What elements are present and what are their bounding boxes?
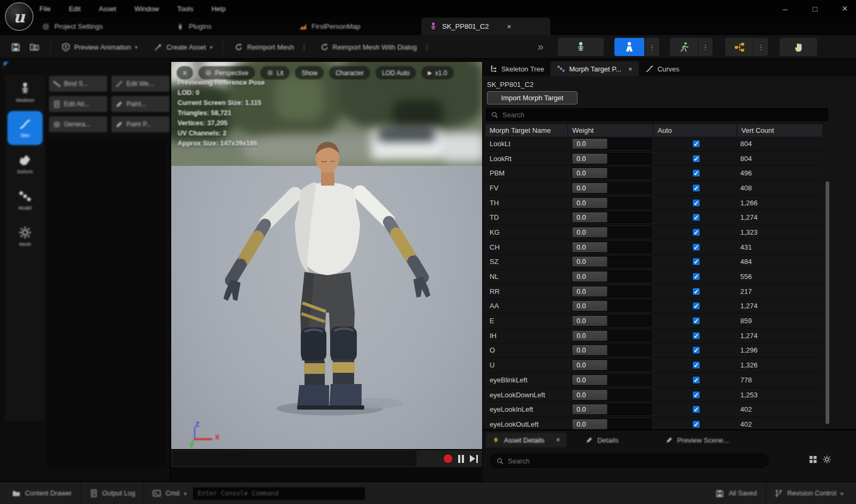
pause-button[interactable] [458, 455, 464, 463]
auto-checkbox[interactable]: ✓ [692, 155, 700, 163]
close-button[interactable]: × [839, 3, 851, 14]
physics-mode-button[interactable] [780, 38, 817, 56]
weight-spinbox[interactable]: 0.0 [572, 286, 652, 297]
edit-attributes-button[interactable]: Edit Att... [49, 96, 107, 112]
menu-tools[interactable]: Tools [177, 5, 193, 13]
details-search-input[interactable] [508, 457, 763, 465]
weight-spinbox[interactable]: 0.0 [572, 404, 652, 415]
lod-auto-button[interactable]: LOD Auto [375, 66, 416, 79]
auto-checkbox[interactable]: ✓ [692, 376, 700, 384]
tab-skeleton-tree[interactable]: Skeleton Tree [483, 61, 550, 76]
auto-checkbox[interactable]: ✓ [692, 302, 700, 310]
animation-mode-options-icon[interactable]: ⋮ [698, 38, 713, 56]
reimport-mesh-dialog-button[interactable]: Reimport Mesh With Dialog [316, 39, 421, 55]
weight-spinbox[interactable]: 0.0 [572, 315, 652, 326]
auto-checkbox[interactable]: ✓ [692, 199, 700, 207]
morph-target-row[interactable]: AA 0.0 ✓ 1,274 [485, 299, 822, 314]
mesh-mode-options-icon[interactable]: ⋮ [644, 38, 659, 56]
auto-checkbox[interactable]: ✓ [692, 361, 700, 369]
weight-spinbox[interactable]: 0.0 [572, 330, 652, 341]
tab-curves[interactable]: Curves [639, 61, 686, 76]
auto-checkbox[interactable]: ✓ [692, 273, 700, 281]
all-saved-button[interactable]: All Saved [709, 482, 763, 504]
morph-target-row[interactable]: eyeBlinkLeft 0.0 ✓ 778 [485, 373, 822, 388]
weight-spinbox[interactable]: 0.0 [572, 138, 652, 149]
morph-target-row[interactable]: TH 0.0 ✓ 1,266 [485, 196, 822, 211]
tab-close-icon[interactable]: × [628, 65, 633, 73]
bind-skin-button[interactable]: Bind S... [49, 76, 107, 92]
reimport-dialog-options-icon[interactable]: ⋮ [421, 43, 433, 51]
mode-skin[interactable]: Skin [7, 111, 43, 145]
weight-spinbox[interactable]: 0.0 [572, 359, 652, 371]
skeleton-mode-button[interactable] [558, 38, 604, 56]
weight-spinbox[interactable]: 0.0 [572, 374, 652, 386]
auto-checkbox[interactable]: ✓ [692, 391, 700, 399]
morph-target-row[interactable]: PBM 0.0 ✓ 496 [485, 166, 822, 181]
blueprint-mode-button[interactable] [725, 38, 753, 56]
auto-checkbox[interactable]: ✓ [692, 140, 700, 148]
morph-target-row[interactable]: RR 0.0 ✓ 217 [485, 284, 822, 299]
auto-checkbox[interactable]: ✓ [692, 346, 700, 354]
paint-button[interactable]: Paint... [111, 96, 170, 112]
weight-spinbox[interactable]: 0.0 [572, 197, 652, 209]
import-morph-target-button[interactable]: Import Morph Target [487, 91, 578, 105]
auto-checkbox[interactable]: ✓ [692, 213, 700, 221]
weight-spinbox[interactable]: 0.0 [572, 389, 652, 401]
content-drawer-button[interactable]: Content Drawer [5, 482, 78, 504]
mode-mesh[interactable]: Mesh [5, 219, 45, 254]
morph-target-row[interactable]: eyeLookOutLeft 0.0 ✓ 402 [485, 417, 822, 429]
tab-project-settings[interactable]: Project Settings [42, 18, 103, 35]
weight-spinbox[interactable]: 0.0 [572, 271, 652, 282]
menu-asset[interactable]: Asset [99, 5, 116, 13]
menu-window[interactable]: Window [134, 5, 159, 13]
tab-details[interactable]: Details [579, 433, 625, 447]
timeline-track[interactable] [172, 451, 417, 466]
3d-viewport[interactable]: ≡ Perspective Lit Show Character LOD Aut… [171, 61, 483, 450]
preview-animation-button[interactable]: Preview Animation ▾ [57, 39, 142, 55]
weight-spinbox[interactable]: 0.0 [572, 345, 652, 356]
morph-target-row[interactable]: KG 0.0 ✓ 1,323 [485, 225, 822, 240]
mode-skeleton[interactable]: Skeleton [5, 75, 45, 110]
tab-plugins[interactable]: Plugins [176, 18, 212, 35]
auto-checkbox[interactable]: ✓ [692, 169, 700, 177]
weight-spinbox[interactable]: 0.0 [572, 182, 652, 194]
create-asset-button[interactable]: Create Asset ▾ [149, 39, 217, 55]
morph-target-row[interactable]: O 0.0 ✓ 1,296 [485, 343, 822, 358]
morph-target-row[interactable]: IH 0.0 ✓ 1,274 [485, 329, 822, 343]
mode-model[interactable]: Model [5, 182, 45, 218]
toolbar-overflow-icon[interactable]: » [538, 41, 542, 53]
cmd-dropdown-button[interactable]: Cmd ▾ [146, 482, 193, 504]
blueprint-mode-options-icon[interactable]: ⋮ [753, 38, 768, 56]
weight-spinbox[interactable]: 0.0 [572, 167, 652, 179]
settings-gear-icon[interactable] [822, 455, 831, 464]
tab-sk-pp801-c2[interactable]: SK_PP801_C2 × [421, 18, 550, 35]
tab-preview-scene[interactable]: Preview Scene... [659, 433, 736, 447]
step-forward-button[interactable] [470, 455, 478, 463]
morph-target-row[interactable]: LookRt 0.0 ✓ 804 [485, 151, 822, 166]
auto-checkbox[interactable]: ✓ [692, 228, 700, 236]
console-command-input[interactable] [193, 487, 365, 500]
unreal-engine-logo-icon[interactable]: u [5, 2, 34, 31]
header-auto[interactable]: Auto [653, 124, 737, 137]
mesh-mode-button[interactable] [614, 38, 644, 56]
morph-target-row[interactable]: TD 0.0 ✓ 1,274 [485, 210, 822, 225]
display-filter-icon[interactable] [809, 455, 818, 464]
morph-target-row[interactable]: NL 0.0 ✓ 556 [485, 269, 822, 284]
morph-table-scrollbar[interactable] [826, 181, 829, 424]
auto-checkbox[interactable]: ✓ [692, 287, 700, 295]
tab-morph-target-preview[interactable]: Morph Target P... × [550, 61, 638, 76]
revision-control-button[interactable]: Revision Control ▾ [768, 482, 850, 504]
weight-spinbox[interactable]: 0.0 [572, 242, 652, 253]
save-button[interactable] [6, 39, 25, 55]
maximize-button[interactable]: □ [809, 4, 821, 13]
browse-to-asset-button[interactable] [25, 39, 44, 55]
morph-target-row[interactable]: eyeLookDownLeft 0.0 ✓ 1,253 [485, 388, 822, 403]
menu-edit[interactable]: Edit [69, 5, 81, 13]
weight-spinbox[interactable]: 0.0 [572, 212, 652, 223]
character-button[interactable]: Character [329, 66, 370, 79]
auto-checkbox[interactable]: ✓ [692, 405, 700, 413]
morph-target-row[interactable]: CH 0.0 ✓ 431 [485, 240, 822, 255]
output-log-button[interactable]: Output Log [83, 482, 142, 504]
show-button[interactable]: Show [295, 66, 324, 79]
header-weight[interactable]: Weight [568, 124, 653, 137]
